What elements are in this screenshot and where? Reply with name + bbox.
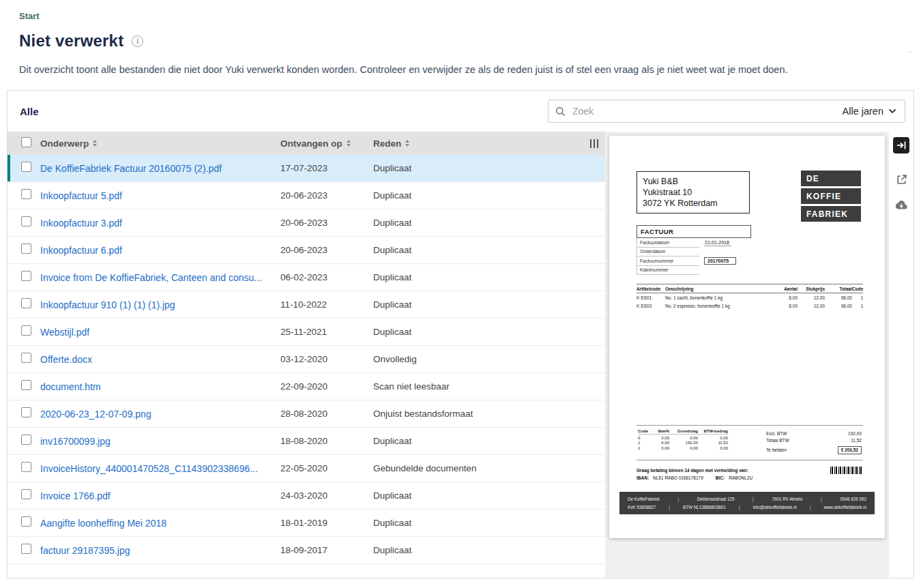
row-received-date: 24-03-2020 (280, 490, 373, 501)
row-subject-link[interactable]: factuur 29187395.jpg (40, 545, 272, 556)
column-header-received[interactable]: Ontvangen op (280, 138, 373, 149)
invoice-preview-document[interactable]: Yuki B&BYukistraat 103072 YK Rotterdam D… (609, 136, 885, 538)
column-header-reason[interactable]: Reden (373, 138, 575, 149)
row-checkbox-cell (8, 489, 40, 502)
row-subject-link[interactable]: Offerte.docx (40, 354, 272, 365)
row-subject-cell: 2020-06-23_12-07-09.png (40, 409, 280, 420)
row-checkbox[interactable] (21, 435, 31, 445)
table-row[interactable]: Webstijl.pdf25-11-2021Duplicaat (8, 319, 605, 346)
row-subject-link[interactable]: Inkoopfactuur 5.pdf (40, 190, 272, 201)
payment-note: Graag betaling binnen 14 dagen met verme… (637, 468, 752, 473)
vat-row: 00,000,000,00 (638, 435, 728, 440)
document-preview-pane: Yuki B&BYukistraat 103072 YK Rotterdam D… (605, 132, 889, 578)
item-cell: No. 2 espresso, bonenkoffie 1 kg (665, 304, 773, 308)
table-row[interactable]: Offerte.docx03-12-2020Onvolledig (8, 346, 605, 373)
row-subject-cell: Webstijl.pdf (40, 327, 280, 338)
table-row[interactable]: Inkoopfactuur 3.pdf20-06-2023Duplicaat (8, 209, 605, 237)
row-subject-link[interactable]: inv16700099.jpg (40, 436, 272, 447)
invoice-vat-section: CodeBtw%GrondslagBTW-bedrag 00,000,000,0… (637, 425, 863, 460)
row-reason: Duplicaat (373, 436, 575, 446)
barcode (830, 467, 862, 474)
row-subject-link[interactable]: Invoice from De KoffieFabriek, Canteen a… (40, 272, 272, 283)
vat-cell: 0,00 (652, 446, 669, 450)
table-row[interactable]: InvoiceHistory_440001470528_C11439023386… (8, 455, 605, 482)
row-checkbox[interactable] (21, 353, 31, 363)
row-subject-link[interactable]: Invoice 1766.pdf (40, 490, 272, 501)
row-checkbox[interactable] (21, 380, 31, 390)
payment-instructions: Graag betaling binnen 14 dagen met verme… (637, 468, 752, 480)
row-subject-link[interactable]: Aangifte loonheffing Mei 2018 (40, 518, 272, 529)
info-icon[interactable]: i (132, 35, 143, 47)
cloud-download-icon (894, 199, 908, 210)
row-checkbox[interactable] (21, 271, 31, 281)
row-subject-link[interactable]: 2020-06-23_12-07-09.png (40, 409, 272, 420)
row-checkbox[interactable] (21, 516, 31, 527)
total-value: 192,00 (838, 431, 862, 436)
table-row[interactable]: Inkoopfactuur 6.pdf20-06-2023Duplicaat (8, 237, 605, 264)
sort-icon (93, 140, 97, 147)
row-subject-cell: factuur 29187395.jpg (40, 545, 280, 556)
footer-separator: | (821, 497, 822, 501)
row-checkbox[interactable] (21, 407, 31, 417)
row-checkbox[interactable] (21, 162, 31, 172)
row-checkbox-cell (8, 216, 40, 229)
search-input[interactable] (571, 105, 837, 117)
row-subject-link[interactable]: Inkoopfactuur 3.pdf (40, 218, 272, 229)
table-row[interactable]: inv16700099.jpg18-08-2020Duplicaat (8, 428, 605, 455)
item-cell: 12,00 (798, 304, 825, 308)
items-col-header: Totaal (825, 286, 852, 291)
row-subject-link[interactable]: Inkoopfactuur 910 (1) (1) (1).jpg (40, 299, 272, 310)
row-subject-cell: Aangifte loonheffing Mei 2018 (40, 518, 280, 529)
table-row[interactable]: factuur 29187395.jpg18-09-2017Duplicaat (8, 537, 605, 564)
invoice-items-header: ArtikelcodeOmschrijvingAantalStukprijsTo… (637, 284, 863, 293)
table-row[interactable]: Invoice 1766.pdf24-03-2020Duplicaat (8, 482, 605, 510)
row-checkbox[interactable] (21, 298, 31, 308)
row-checkbox[interactable] (21, 544, 31, 554)
item-cell: 8,00 (773, 295, 798, 300)
column-selector-icon[interactable] (575, 139, 598, 148)
table-row[interactable]: Invoice from De KoffieFabriek, Canteen a… (8, 264, 605, 291)
row-checkbox[interactable] (21, 489, 31, 499)
breadcrumb[interactable]: Start (19, 11, 902, 21)
collapse-preview-button[interactable] (893, 137, 909, 153)
row-subject-link[interactable]: Webstijl.pdf (40, 327, 272, 338)
row-subject-link[interactable]: De KoffieFabriek Factuur 20160075 (2).pd… (40, 163, 272, 174)
table-row[interactable]: 2020-06-23_12-07-09.png28-08-2020Onjuist… (8, 400, 605, 428)
footer-text: KvK 53808827 (628, 505, 656, 510)
files-table: Onderwerp Ontvangen op Reden De KoffieFa… (8, 132, 605, 578)
invoice-totals: Excl. BTW192,00Totaal BTW11,52Te betalen… (766, 429, 862, 455)
row-checkbox[interactable] (21, 325, 31, 336)
meta-value: 20170075 (699, 259, 751, 263)
search-box: Alle jaren (548, 100, 905, 123)
table-row[interactable]: De KoffieFabriek Factuur 20160075 (2).pd… (8, 155, 605, 182)
row-checkbox-cell (8, 271, 40, 284)
table-row[interactable]: Inkoopfactuur 5.pdf20-06-2023Duplicaat (8, 182, 605, 209)
year-filter-dropdown[interactable]: Alle jaren (843, 106, 896, 117)
row-checkbox[interactable] (21, 462, 31, 472)
open-in-new-button[interactable] (896, 174, 907, 186)
table-row[interactable]: document.htm22-09-2020Scan niet leesbaar (8, 373, 605, 400)
row-checkbox-cell (8, 353, 40, 366)
row-reason: Gebundelde documenten (373, 463, 575, 473)
column-header-subject[interactable]: Onderwerp (40, 138, 280, 149)
footer-text: Deldensestraat 125 (697, 497, 735, 501)
preview-toolbar (889, 132, 913, 578)
row-subject-link[interactable]: InvoiceHistory_440001470528_C11439023386… (40, 463, 272, 474)
invoice-footer-bar: De KoffieFabriek|Deldensestraat 125|7601… (619, 492, 875, 514)
invoice-total-row: Totaal BTW11,52 (766, 437, 862, 443)
item-cell: 96,00 (825, 304, 852, 308)
row-checkbox[interactable] (21, 216, 31, 226)
download-cloud-button[interactable] (894, 199, 908, 210)
row-checkbox-cell (8, 435, 40, 447)
item-cell: 96,00 (825, 295, 852, 300)
table-row[interactable]: Inkoopfactuur 910 (1) (1) (1).jpg11-10-2… (8, 291, 605, 319)
invoice-item-row: K ES03No. 2 espresso, bonenkoffie 1 kg8,… (637, 302, 863, 310)
row-checkbox[interactable] (21, 189, 31, 199)
select-all-checkbox[interactable] (21, 137, 31, 147)
vat-cell: 0,00 (669, 436, 698, 440)
row-subject-link[interactable]: document.htm (40, 381, 272, 392)
row-checkbox[interactable] (21, 244, 31, 254)
row-subject-link[interactable]: Inkoopfactuur 6.pdf (40, 245, 272, 256)
tab-alle[interactable]: Alle (20, 106, 39, 117)
table-row[interactable]: Aangifte loonheffing Mei 201818-01-2019D… (8, 510, 605, 537)
